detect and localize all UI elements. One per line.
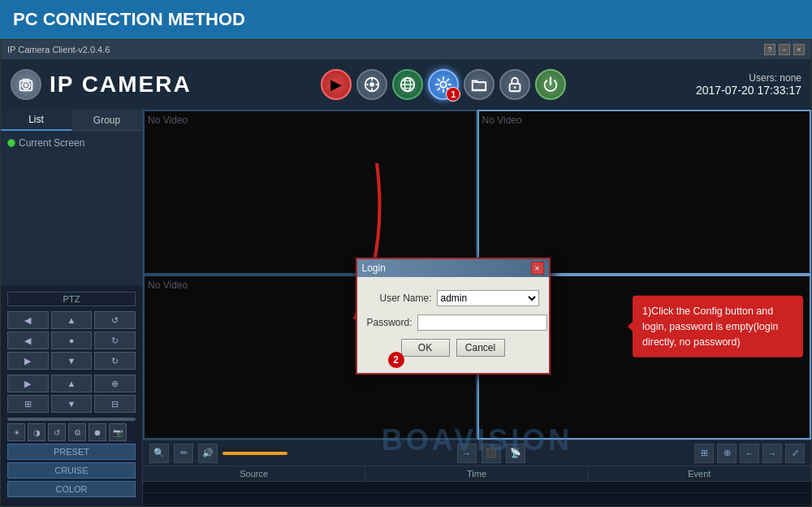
ptz-left-btn[interactable]: ◀ [7,311,49,329]
ptz-btn-3[interactable]: ⊕ [94,375,136,392]
dialog-body: User Name: admin Password: OK Cancel [357,277,549,373]
no-video-label-2: No Video [482,115,522,126]
bottom-right-icons: ⊞ ⊕ ← → ⤢ [694,444,805,463]
volume-icon[interactable]: 🔊 [198,444,218,463]
ptz-btn-4[interactable]: ⊞ [7,395,49,413]
play-icon-btn[interactable]: ▶ [321,69,352,100]
tab-group[interactable]: Group [71,110,142,131]
ptz-btn-2[interactable]: ▲ [51,375,93,392]
ptz-down-btn[interactable]: ▼ [51,352,93,370]
dialog-close-button[interactable]: × [531,262,544,275]
col-source: Source [143,466,365,481]
green-status-dot [7,139,15,147]
no-video-label-1: No Video [148,115,188,126]
record-icon[interactable]: ⏺ [89,423,106,441]
cancel-button[interactable]: Cancel [456,339,505,357]
username-select[interactable]: admin [437,290,539,306]
svg-point-17 [514,86,516,89]
folder-icon-btn[interactable] [464,69,495,100]
ptz-down-right-btn[interactable]: ↻ [94,352,136,370]
speed-slider[interactable] [7,418,136,421]
title-controls: ? − × [764,44,805,55]
page-banner: PC CONNECTION METHOD [0,0,812,39]
contrast-icon[interactable]: ◑ [28,423,45,441]
datetime: 2017-07-20 17:33:17 [696,84,801,97]
video-cell-1[interactable]: No Video [143,110,477,275]
gear-icon-btn[interactable]: 1 [428,69,459,100]
forward-icon[interactable]: → [762,444,782,463]
brightness-icon[interactable]: ☀ [7,423,25,441]
event-row-1 [143,482,811,493]
minimize-button[interactable]: − [779,44,790,55]
event-rows [143,482,811,506]
password-label: Password: [367,317,412,328]
help-button[interactable]: ? [764,44,775,55]
username-label: User Name: [367,292,432,304]
tab-list[interactable]: List [1,110,71,131]
dialog-title-bar: Login × [357,259,549,277]
current-screen-item[interactable]: Current Screen [4,134,139,152]
nav-right-icon[interactable]: → [457,444,477,463]
target-icon[interactable]: ⊕ [717,444,736,463]
svg-point-14 [441,81,447,87]
nav-icon-btn[interactable] [356,69,387,100]
toolbar-icons: ▶ [321,69,566,100]
lock-icon-btn[interactable] [499,69,530,100]
cruise-button[interactable]: CRUISE [7,462,136,479]
ptz-btn-1[interactable]: ▶ [7,375,49,392]
settings-icon[interactable]: ⚙ [68,423,86,441]
sidebar-content: Current Screen [1,131,142,285]
volume-slider[interactable] [222,452,287,455]
expand-icon[interactable]: ⤢ [785,444,805,463]
edit-icon[interactable]: ✏ [174,444,193,463]
color-button[interactable]: COLOR [7,481,136,497]
ok-button[interactable]: OK [401,339,450,357]
app-name: IP Camera Client-v2.0.4.6 [7,45,110,54]
camera-icon-btn[interactable] [11,69,41,100]
svg-rect-15 [473,82,486,89]
content-area: List Group Current Screen PTZ ◀ ▲ ↺ [1,110,811,506]
event-table: Source Time Event [143,466,811,506]
zoom-icon[interactable]: 🔍 [149,444,169,463]
step2-badge: 2 [388,352,404,368]
ptz-up-btn[interactable]: ▲ [51,311,93,329]
password-row: Password: [367,314,539,331]
title-bar: IP Camera Client-v2.0.4.6 ? − × [1,40,811,59]
event-header: Source Time Event [143,466,811,482]
app-title: IP CAMERA [50,72,192,98]
current-screen-label: Current Screen [19,137,84,149]
header-right: Users: none 2017-07-20 17:33:17 [696,72,801,97]
close-button[interactable]: × [793,44,805,55]
col-event: Event [589,466,811,481]
ptz-btn-5[interactable]: ▼ [51,395,93,413]
ptz-center-left-btn[interactable]: ◀ [7,332,49,349]
ptz-center-btn[interactable]: ● [51,332,93,349]
ptz-down-left-btn[interactable]: ▶ [7,352,49,370]
globe-icon-btn[interactable] [392,69,423,100]
ptz-btn-6[interactable]: ⊟ [94,395,136,413]
ptz-grid: ◀ ▲ ↺ ◀ ● ↻ ▶ ▼ ↻ [7,311,136,370]
event-row-2 [143,493,811,505]
layout-icon[interactable]: ⬛ [482,444,501,463]
header-toolbar: IP CAMERA ▶ [1,59,811,110]
app-window: IP Camera Client-v2.0.4.6 ? − × IP CAMER… [0,39,812,507]
snapshot-icon[interactable]: 📷 [109,423,127,441]
no-video-label-3: No Video [148,280,188,291]
svg-point-1 [24,84,28,88]
dialog-buttons: OK Cancel 2 [367,339,539,360]
preset-button[interactable]: PRESET [7,444,136,460]
back-icon[interactable]: ← [740,444,759,463]
signal-icon[interactable]: 📡 [506,444,525,463]
grid-icon[interactable]: ⊞ [694,444,714,463]
rotate-icon[interactable]: ↺ [48,423,66,441]
icon-row-1: ☀ ◑ ↺ ⚙ ⏺ 📷 [7,423,136,441]
ptz-section: PTZ ◀ ▲ ↺ ◀ ● ↻ ▶ ▼ ↻ ▶ ▲ ⊕ ⊞ ▼ [1,285,142,506]
ptz-rotate-left-btn[interactable]: ↺ [94,311,136,329]
svg-point-4 [370,82,375,87]
video-cell-2[interactable]: No Video [477,110,812,275]
power-icon-btn[interactable] [535,69,566,100]
ptz-rotate-right-btn[interactable]: ↻ [94,332,136,349]
password-input[interactable] [417,314,547,331]
login-dialog[interactable]: Login × User Name: admin Password: [356,258,551,375]
dialog-title: Login [362,262,386,274]
